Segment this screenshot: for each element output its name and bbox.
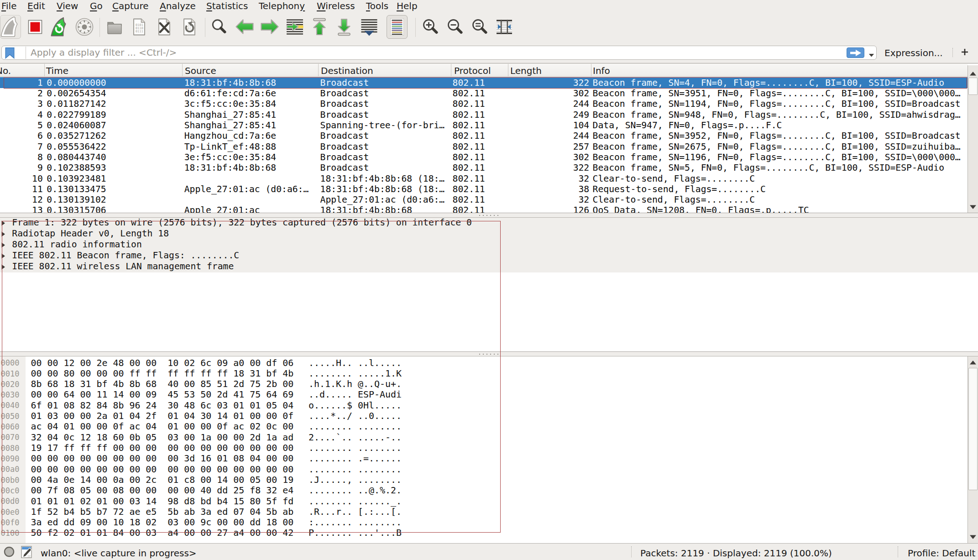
menu-tools[interactable]: Tools [366,0,388,11]
profile-status[interactable]: Profile: Default [908,548,975,559]
find-packet-button[interactable] [209,15,230,39]
hex-row-00d0[interactable]: 00d0 01 01 01 02 01 00 03 14 98 d8 bd b4… [0,496,968,507]
menu-edit[interactable]: Edit [27,0,45,11]
scroll-thumb[interactable] [968,368,978,490]
hex-row-0010[interactable]: 0010 00 00 80 00 00 00 ff ff ff ff ff ff… [0,369,968,379]
column-header-source[interactable]: Source [185,65,216,77]
menu-view[interactable]: View [57,0,78,11]
capture-options-button[interactable] [74,15,95,39]
resize-columns-button[interactable] [494,15,515,39]
column-resize-handle[interactable] [182,64,183,77]
hex-row-0090[interactable]: 0090 00 00 00 00 00 00 00 00 00 3d 16 01… [0,454,968,464]
apply-filter-button[interactable] [847,47,864,58]
colorize-packets-button[interactable] [387,15,408,39]
restart-capture-button[interactable] [49,15,70,39]
last-packet-button[interactable] [334,15,355,39]
hex-row-0080[interactable]: 0080 19 17 ff ff ff 00 00 00 00 00 00 00… [0,443,968,454]
hex-row-0100[interactable]: 0100 50 f2 02 01 01 84 00 03 a4 00 00 27… [0,528,968,539]
packet-list-scrollbar[interactable] [968,65,978,213]
previous-packet-button[interactable] [234,15,255,39]
menu-help[interactable]: Help [397,0,418,11]
add-filter-button[interactable] [960,46,970,58]
hex-row-00c0[interactable]: 00c0 00 7f 08 05 00 08 00 00 00 00 40 dd… [0,486,968,496]
reload-file-button[interactable]: 101 011 [179,15,200,39]
menu-statistics[interactable]: Statistics [206,0,248,11]
hex-row-00b0[interactable]: 00b0 00 4a 0e 14 00 0a 00 2c 01 c8 00 14… [0,475,968,486]
column-resize-handle[interactable] [451,64,451,77]
hex-row-0050[interactable]: 0050 01 03 00 00 2a 01 04 2f 01 04 30 14… [0,411,968,422]
packet-row-7[interactable]: 70.055536422Tp-LinkT_ef:48:88Broadcast80… [0,141,968,152]
column-header-protocol[interactable]: Protocol [454,65,491,77]
menu-analyze[interactable]: Analyze [160,0,196,11]
go-to-packet-button[interactable] [284,15,305,39]
start-capture-button[interactable] [0,15,21,39]
packet-row-6[interactable]: 60.035271262Hangzhou_cd:7a:6eBroadcast80… [0,131,968,141]
next-packet-button[interactable] [259,15,280,39]
expert-info-icon[interactable] [4,546,15,557]
hex-row-00a0[interactable]: 00a0 00 00 00 00 00 00 00 00 00 00 00 00… [0,465,968,475]
save-file-button[interactable]: 0101 0110 0111 [129,15,150,39]
zoom-in-button[interactable] [420,15,441,39]
capture-comment-icon[interactable] [21,546,34,558]
menu-telephony[interactable]: Telephony [259,0,305,11]
splitter-list-details[interactable] [0,213,978,218]
splitter-details-bytes[interactable] [0,351,978,356]
packet-row-4[interactable]: 40.022799189Shanghai_27:85:41Broadcast80… [0,109,968,120]
hex-row-0000[interactable]: 0000 00 00 12 00 2e 48 00 00 10 02 6c 09… [0,358,968,368]
column-header-info[interactable]: Info [593,65,610,77]
stop-capture-button[interactable] [25,15,46,39]
column-header-destination[interactable]: Destination [321,65,373,77]
auto-scroll-button[interactable] [359,15,380,39]
column-header-time[interactable]: Time [46,65,68,77]
packet-row-11[interactable]: 110.130133475Apple_27:01:ac (d0:a6:…18:3… [0,183,968,194]
detail-row-2[interactable]: Radiotap Header v0, Length 18 [0,229,978,240]
scroll-thumb[interactable] [968,78,978,95]
scroll-down-button[interactable] [968,532,978,542]
detail-row-4[interactable]: IEEE 802.11 Beacon frame, Flags: .......… [0,251,978,262]
menu-wireless[interactable]: Wireless [317,0,355,11]
capture-source-status[interactable]: wlan0: <live capture in progress> [41,548,197,559]
hex-row-0020[interactable]: 0020 8b 68 18 31 bf 4b 8b 68 40 00 85 51… [0,379,968,390]
hex-row-00e0[interactable]: 00e0 1f 52 b4 b5 b7 72 ae e5 5b ab 3a ed… [0,507,968,518]
packet-row-1[interactable]: 10.00000000018:31:bf:4b:8b:68Broadcast80… [0,77,968,88]
packet-row-5[interactable]: 50.024060087Shanghai_27:85:41Spanning-tr… [0,120,968,131]
detail-row-3[interactable]: 802.11 radio information [0,240,978,251]
packet-row-13[interactable]: 130.130315706Apple_27:01:ac18:31:bf:4b:8… [0,205,968,213]
detail-row-1[interactable]: Frame 1: 322 bytes on wire (2576 bits), … [0,218,978,229]
close-file-button[interactable] [154,15,175,39]
expander-triangle-icon[interactable] [1,220,5,226]
hex-row-0040[interactable]: 0040 6f 01 08 82 84 8b 96 24 30 48 6c 03… [0,401,968,411]
first-packet-button[interactable] [309,15,330,39]
open-file-button[interactable] [104,15,125,39]
column-resize-handle[interactable] [44,64,45,77]
packet-list-header[interactable]: No.TimeSourceDestinationProtocolLengthIn… [0,64,968,77]
hex-row-0030[interactable]: 0030 00 00 64 00 11 14 00 09 45 53 50 2d… [0,390,968,400]
zoom-100-button[interactable] [469,15,490,39]
column-resize-handle[interactable] [318,64,319,77]
expander-triangle-icon[interactable] [1,231,5,237]
column-header-no[interactable]: No. [0,65,11,77]
expander-triangle-icon[interactable] [1,253,5,259]
packet-row-2[interactable]: 20.002654354d6:61:fe:cd:7a:6eBroadcast80… [0,88,968,99]
packet-row-3[interactable]: 30.0118271423c:f5:cc:0e:35:84Broadcast80… [0,99,968,109]
detail-row-5[interactable]: IEEE 802.11 wireless LAN management fram… [0,262,978,272]
filter-bookmarks-button[interactable] [2,47,26,59]
zoom-out-button[interactable] [445,15,465,39]
scroll-up-button[interactable] [968,357,978,367]
column-resize-handle[interactable] [508,64,508,77]
packet-row-9[interactable]: 90.10238859318:31:bf:4b:8b:68Broadcast80… [0,162,968,173]
hex-row-0060[interactable]: 0060 ac 04 01 00 00 0f ac 04 01 00 00 0f… [0,422,968,432]
scroll-up-button[interactable] [968,68,978,79]
scroll-down-button[interactable] [968,202,978,212]
expander-triangle-icon[interactable] [1,242,5,248]
filter-history-dropdown[interactable] [868,50,874,59]
menu-file[interactable]: File [1,0,16,11]
hex-row-00f0[interactable]: 00f0 3a ed dd 09 00 10 18 02 03 00 9c 00… [0,518,968,528]
menu-go[interactable]: Go [90,0,103,11]
packet-bytes-scrollbar[interactable] [968,356,978,543]
expression-button[interactable]: Expression... [884,47,943,58]
packet-row-8[interactable]: 80.0804437403e:f5:cc:0e:35:84Broadcast80… [0,152,968,162]
hex-row-0070[interactable]: 0070 32 04 0c 12 18 60 0b 05 03 00 1a 00… [0,433,968,443]
column-resize-handle[interactable] [591,64,591,77]
column-header-length[interactable]: Length [510,65,542,77]
